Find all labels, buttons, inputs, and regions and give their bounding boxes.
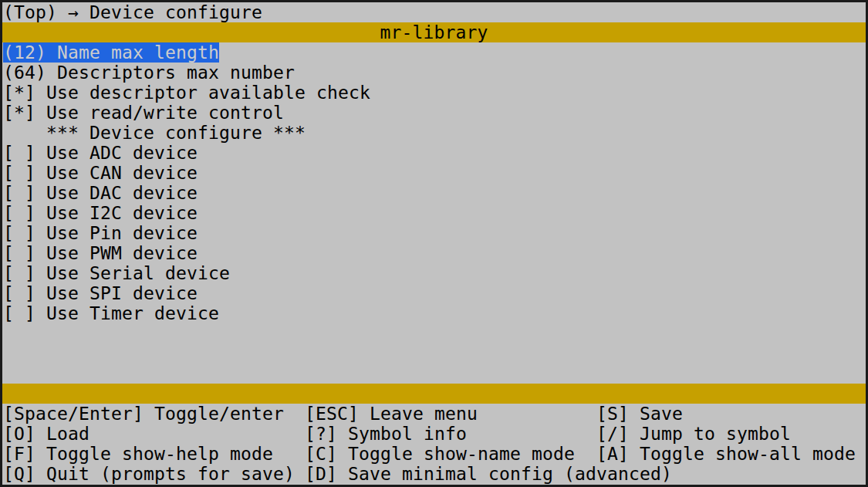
selected-menu-item-text: (12) Name max length [3,42,219,63]
menu-item-use-spi-device[interactable]: [ ] Use SPI device [2,283,866,303]
help-hint-toggle-show-all: [A] Toggle show-all mode [596,444,866,464]
help-panel: [Space/Enter] Toggle/enter [ESC] Leave m… [2,404,866,484]
help-row-1: [Space/Enter] Toggle/enter [ESC] Leave m… [2,404,866,424]
help-hint-leave-menu: [ESC] Leave menu [305,404,596,424]
menu-comment-device-configure: *** Device configure *** [2,123,866,143]
menu-item-use-read-write-control[interactable]: [*] Use read/write control [2,103,866,123]
menu-item-use-can-device[interactable]: [ ] Use CAN device [2,163,866,183]
menu-item-name-max-length[interactable]: (12) Name max length [2,42,866,63]
help-hint-toggle-enter: [Space/Enter] Toggle/enter [3,404,305,424]
menu-item-use-pwm-device[interactable]: [ ] Use PWM device [2,243,866,263]
menu-empty-area [2,323,866,384]
help-row-2: [O] Load [?] Symbol info [/] Jump to sym… [2,424,866,444]
title-bar: mr-library [2,22,866,42]
menu-item-use-descriptor-available-check[interactable]: [*] Use descriptor available check [2,83,866,103]
menu-item-use-serial-device[interactable]: [ ] Use Serial device [2,263,866,283]
help-hint-toggle-show-help: [F] Toggle show-help mode [3,444,305,464]
menuconfig-window: (Top) → Device configure mr-library (12)… [0,0,868,487]
menu-item-use-pin-device[interactable]: [ ] Use Pin device [2,223,866,243]
help-row-4: [Q] Quit (prompts for save) [D] Save min… [2,464,866,484]
menu-list: (12) Name max length (64) Descriptors ma… [2,42,866,323]
menu-item-use-i2c-device[interactable]: [ ] Use I2C device [2,203,866,223]
help-hint-save: [S] Save [596,404,866,424]
breadcrumb: (Top) → Device configure [2,2,866,22]
menu-item-use-dac-device[interactable]: [ ] Use DAC device [2,183,866,203]
menu-item-use-timer-device[interactable]: [ ] Use Timer device [2,303,866,323]
help-hint-jump-to-symbol: [/] Jump to symbol [596,424,866,444]
menu-item-descriptors-max-number[interactable]: (64) Descriptors max number [2,63,866,83]
help-hint-toggle-show-name: [C] Toggle show-name mode [305,444,596,464]
separator-bar [2,384,866,404]
menu-item-use-adc-device[interactable]: [ ] Use ADC device [2,143,866,163]
help-hint-save-minimal-config: [D] Save minimal config (advanced) [305,464,596,484]
help-hint-load: [O] Load [3,424,305,444]
help-hint-symbol-info: [?] Symbol info [305,424,596,444]
help-row-3: [F] Toggle show-help mode [C] Toggle sho… [2,444,866,464]
help-hint-quit: [Q] Quit (prompts for save) [3,464,305,484]
